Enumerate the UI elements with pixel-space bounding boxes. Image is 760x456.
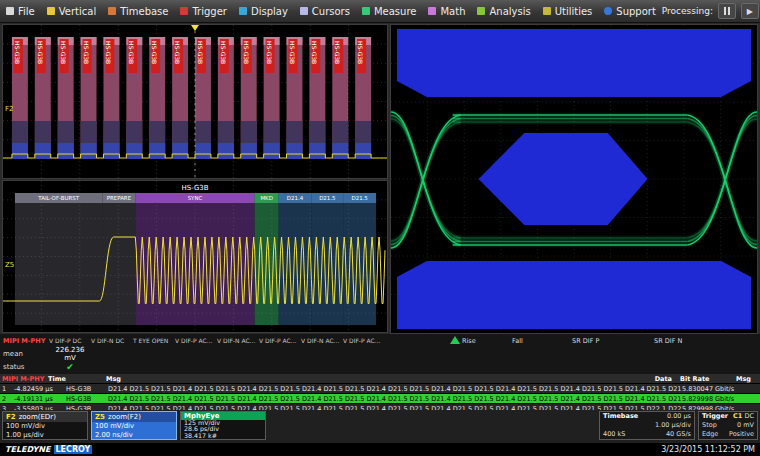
burst-overview-plot: HS-G3BHS-G3BHS-G3BHS-G3BHS-G3BHS-G3BHS-G… <box>3 25 387 178</box>
menu-label: File <box>18 6 35 17</box>
mask-top <box>397 29 751 97</box>
measure-status-label: status <box>0 363 49 371</box>
menu-label: Display <box>251 6 288 17</box>
burst-blue-strip <box>126 143 142 159</box>
region-label: D21.4 <box>287 195 304 201</box>
clock: 3/23/2015 11:12:52 PM <box>661 445 755 454</box>
decode-header-bitrate: Bit Rate <box>680 375 736 383</box>
menu-analysis[interactable]: Analysis <box>471 0 536 22</box>
measure-mean-label: mean <box>0 350 49 358</box>
play-button[interactable]: ▶ <box>741 3 759 19</box>
burst-blue-strip <box>287 143 303 159</box>
measure-column: SR DIF N <box>654 337 682 345</box>
timebase-scale: 1.00 µs/div <box>655 421 691 430</box>
burst-blue-strip <box>332 143 348 159</box>
descriptor-spacer <box>269 411 596 442</box>
mphyeye-count: 38.417 k# <box>184 433 262 439</box>
trigger-coupling: DC <box>744 412 754 420</box>
decode-cell-time: -4.82459 µs <box>14 385 66 393</box>
trigger-title: Trigger <box>702 412 728 421</box>
burst-label: HS-G3B <box>334 41 341 64</box>
zoom-detail-plot: TAIL-OF-BURSTPREPARESYNCMKDD21.4D21.5D21… <box>3 181 387 332</box>
eye-diagram-plot <box>391 25 757 333</box>
descriptor-z5[interactable]: Z5 zoom(F2) 100 mV/div 2.00 ns/div <box>91 411 177 440</box>
burst-blue-strip <box>35 143 51 159</box>
decode-header-row: MIPI M-PHY Time Msg Data Bit Rate Msg <box>0 374 760 384</box>
menu-vertical[interactable]: Vertical <box>41 0 102 22</box>
burst-blue-strip <box>149 143 165 159</box>
measure-columns-right: RiseFallSR DIF PSR DIF N <box>392 334 760 347</box>
menu-label: Trigger <box>192 6 227 17</box>
zoom-detail-panel[interactable]: TAIL-OF-BURSTPREPARESYNCMKDD21.4D21.5D21… <box>2 180 388 333</box>
status-check-icon: ✔ <box>49 362 91 372</box>
burst-overview-panel[interactable]: HS-G3BHS-G3BHS-G3BHS-G3BHS-G3BHS-G3BHS-G… <box>2 24 388 179</box>
measure-mean-value: 226.236 mV <box>49 346 91 362</box>
descriptor-f2[interactable]: F2 zoom(EDr) 100 mV/div 1.00 µs/div <box>2 411 88 440</box>
menu-math[interactable]: Math <box>422 0 471 22</box>
measure-column: V DIF-N AC... <box>217 337 259 344</box>
cursors-icon <box>300 7 308 15</box>
timebase-icon <box>108 7 116 15</box>
status-bar: TELEDYNE LECROY 3/23/2015 11:12:52 PM <box>0 443 760 456</box>
burst-label: HS-G3B <box>243 41 250 64</box>
burst-blue-strip <box>241 143 257 159</box>
decode-cell-pay: D21.4 D21.5 D21.5 D21.4 D21.5 D21.5 D21.… <box>108 395 682 403</box>
zoom-title: HS-G3B <box>182 184 209 192</box>
z5-function: zoom(F2) <box>108 413 141 421</box>
trigger-descriptor[interactable]: Trigger C1 DC Stop 0 mV Edge Positive <box>698 411 758 440</box>
burst-label: HS-G3B <box>14 41 21 64</box>
menu-display[interactable]: Display <box>233 0 294 22</box>
decode-table: MIPI M-PHY Time Msg Data Bit Rate Msg 1-… <box>0 374 760 410</box>
measure-column: V DIF-N AC... <box>301 337 343 344</box>
decode-row[interactable]: 1-4.82459 µsHS-G3BD21.4 D21.5 D21.5 D21.… <box>0 384 760 394</box>
menu-label: Utilities <box>555 6 593 17</box>
measure-column: V DIF-P AC... <box>259 337 301 344</box>
channel-descriptors: F2 zoom(EDr) 100 mV/div 1.00 µs/div Z5 z… <box>0 410 760 443</box>
decode-set-label: MIPI M-PHY <box>0 375 48 383</box>
menu-support[interactable]: Support <box>598 0 662 22</box>
decode-header-msg: Msg <box>106 375 146 383</box>
burst-blue-strip <box>172 143 188 159</box>
pause-button[interactable] <box>718 3 736 19</box>
region-label: MKD <box>260 195 272 201</box>
measure-column: V DIF-P AC... <box>343 337 385 344</box>
region-label: D21.5 <box>351 195 367 201</box>
burst-blue-strip <box>81 143 97 159</box>
region-tail-of-burst <box>15 193 103 325</box>
menu-file[interactable]: File <box>0 0 41 22</box>
f2-vscale: 100 mV/div <box>6 422 84 431</box>
menu-label: Measure <box>374 6 417 17</box>
decode-header-data: Data <box>146 375 680 383</box>
menu-cursors[interactable]: Cursors <box>294 0 356 22</box>
measure-columns-left: V DIF-P DCV DIF-N DCT EYE OPENV DIF-P AC… <box>49 337 385 344</box>
timebase-descriptor[interactable]: Timebase 0.00 µs 1.00 µs/div 400 kS 40 G… <box>599 411 695 440</box>
burst-blue-strip <box>103 143 119 159</box>
measure-column: Rise <box>462 337 476 345</box>
menu-timebase[interactable]: Timebase <box>102 0 174 22</box>
region-label: PREPARE <box>107 195 132 201</box>
channel-label: Z5 <box>5 261 14 269</box>
menu-trigger[interactable]: Trigger <box>174 0 233 22</box>
support-icon <box>604 7 612 15</box>
decode-row[interactable]: 2-4.19131 µsHS-G3BD21.4 D21.5 D21.5 D21.… <box>0 394 760 404</box>
burst-label: HS-G3B <box>197 41 204 64</box>
burst-label: HS-G3B <box>357 41 364 64</box>
descriptor-mphyeye[interactable]: MphyEye 125 mV/div 28.6 ps/div 38.417 k# <box>180 411 266 440</box>
measure-column: Fall <box>512 337 523 345</box>
timebase-offset: 0.00 µs <box>667 412 691 421</box>
measure-column: T EYE OPEN <box>133 337 175 344</box>
z5-id: Z5 <box>95 413 105 421</box>
burst-blue-strip <box>195 143 211 159</box>
trigger-level: 0 mV <box>737 421 754 430</box>
trigger-source: C1 <box>733 412 742 420</box>
menu-measure[interactable]: Measure <box>356 0 423 22</box>
teledyne-lecroy-logo: TELEDYNE LECROY <box>5 445 92 454</box>
mask-bottom <box>397 261 751 329</box>
menu-items: FileVerticalTimebaseTriggerDisplayCursor… <box>0 0 662 22</box>
pause-icon <box>724 7 730 15</box>
burst-blue-strip <box>264 143 280 159</box>
eye-diagram-panel[interactable] <box>390 24 758 334</box>
z5-hscale: 2.00 ns/div <box>95 431 173 440</box>
menu-bar: FileVerticalTimebaseTriggerDisplayCursor… <box>0 0 760 23</box>
menu-utilities[interactable]: Utilities <box>537 0 599 22</box>
